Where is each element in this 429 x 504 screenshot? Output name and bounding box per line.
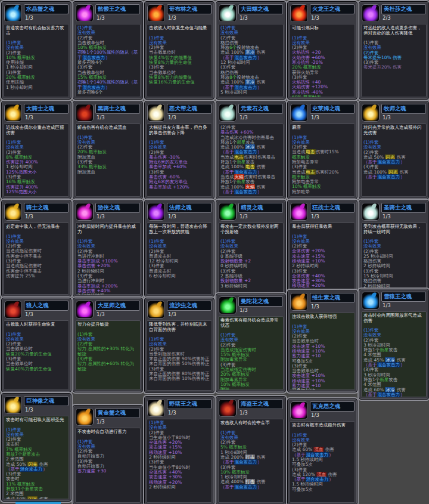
effect-text: （基于 <box>363 174 377 180</box>
soul-card[interactable]: 大田螺之魂1/3(1)件套没有效果(2)件套格挡伤害释放6个投射物攻击造成 10… <box>216 1 286 100</box>
card-description: 冲刺后短时间内提升暴击的威力 <box>77 224 138 234</box>
effect-text: 闪光 <box>27 496 38 499</box>
card-title: 法师之魂 <box>167 203 212 213</box>
soul-card[interactable]: 曼陀花之魂1/3毒素伤害有额外机会造成异常状态(1)件套没有效果(2)件套当造成… <box>216 293 286 392</box>
card-effect-line: 伤害提升 25% <box>6 274 67 279</box>
effect-text: ） <box>400 159 405 165</box>
soul-card[interactable]: 大巫师之魂1/3智力会提升敏捷(1)件套没有效果(2)件套智力 总属性的+30%… <box>73 298 143 392</box>
effect-text: 来自背面的伤害 10%伤害补正 <box>149 376 210 381</box>
card-effect-line: 可叠加10次 <box>292 388 353 390</box>
card-description: 普通攻击时有机会触发蓄力攻击 <box>6 26 67 36</box>
card-effect-line: 召唤1个100%属性的随从（基于混合攻击力） <box>77 50 138 60</box>
soul-orb-icon <box>219 296 237 314</box>
card-piece-count: 1/3 <box>240 307 248 313</box>
flame-orb-icon <box>148 5 164 21</box>
card-piece-count: 1/3 <box>311 412 319 418</box>
card-effect-line: 蓄力速度 +30 <box>77 469 138 474</box>
card-title: 哥布林之魂 <box>167 4 212 14</box>
soul-orb-icon <box>219 399 237 417</box>
card-title: 牧师之魂 <box>381 104 426 114</box>
soul-card[interactable]: 维生素之魂1/3连续击败敌人获得增强(1)件套没有效果(2)件套当击败单位时攻击… <box>287 290 358 392</box>
card-effect-line: 附加眩晕 <box>292 190 353 194</box>
card-effect-line: （基于混合攻击力） <box>363 175 424 180</box>
card-effect-line: 暴击率加成 +120% <box>149 185 210 190</box>
card-effect-line: 附加 <box>220 387 281 390</box>
effect-text: 2 秒持续时间 <box>149 484 176 490</box>
soul-card[interactable]: 哥布林之魂1/3击败敌人时恢复生命值与能量(1)件套没有效果(2)件套当击败单位… <box>144 1 214 100</box>
card-title: 元素石之魂 <box>238 104 283 114</box>
soul-card[interactable]: 黄金蟹之魂1/3不攻击时会自动进行蓄力(1)件套没有效果(2)件套自动开始蓄力(… <box>73 405 143 504</box>
effect-text: 可叠加10次 <box>292 388 316 390</box>
soul-card[interactable]: 狂战士之魂1/3暴击后获得狂暴效果(1)件套没有效果(2)件套全体伤害 +20%… <box>287 200 358 297</box>
soul-card[interactable]: 瓦克恩之魂1/3攻击时有概率造成额外伤害(1)件套没有效果(2)件套造成 60%… <box>287 398 358 504</box>
card-piece-count: 1/3 <box>311 115 319 120</box>
card-body: 击败敌人时恢复生命值与能量(1)件套没有效果(2)件套当击败单位时恢复4%智力的… <box>147 24 212 97</box>
card-effect-line: 召唤1个140%属性的随从（基于混合攻击力） <box>77 80 138 90</box>
effect-text: ） <box>400 362 405 367</box>
effect-text: 恢复16%力量的生命值 <box>149 79 195 85</box>
card-body: (1)件套没有效果(2)件套当击败单位时10% 概率触发召唤1个100%属性的随… <box>75 24 141 97</box>
soul-card[interactable]: 黑骑士之魂1/3斩击伤害有机会造成流血(1)件套没有效果(2)件套20% 概率触… <box>73 101 143 199</box>
soul-card[interactable]: 恶犬帮之魂1/3大幅提升友方暴击率，但自身的暴击伤害会下降(1)件套没有效果(2… <box>144 101 214 199</box>
effect-text: 混合攻击力 <box>234 189 258 194</box>
flame-orb-icon <box>5 105 21 120</box>
effect-text: 60% 概率触发 <box>292 94 321 97</box>
card-body: 攻击时有概率造成额外伤害(1)件套没有效果(2)件套造成 60% 流血 伤害（基… <box>290 421 355 503</box>
card-effect-line: 来自背面的伤害 10%伤害补正 <box>149 376 210 381</box>
soul-card[interactable]: 野猪王之魂1/3(1)件套没有效果(2)件套当生命值小于80%时全体伤害 +20… <box>144 396 214 504</box>
card-effect-line: 125%范围大小 <box>6 190 67 194</box>
soul-orb-icon <box>4 203 22 221</box>
card-description: 近战攻击偶尔会重击造成巨额伤害 <box>6 125 67 135</box>
effect-text: ） <box>257 55 262 60</box>
soul-card[interactable]: 骑士之魂1/3必定命中敌人，但无法暴击(1)件套没有效果(2)件套当造成指定伤害… <box>1 200 72 297</box>
soul-card[interactable]: 海盗王之魂1/3攻击敌人有时会抢夺金币(1)件套没有效果(2)件套5% 概率触发… <box>216 396 286 504</box>
soul-card[interactable]: 水晶蟹之魂1/3普通攻击时有机会触发蓄力攻击(1)件套没有效果(2)件套10% … <box>1 1 72 100</box>
card-body: 斩击伤害有机会造成流血(1)件套没有效果(2)件套20% 概率触发附加流血(3)… <box>75 123 141 197</box>
card-body: 可能引燃目标(1)件套没有效果(2)件套火焰抗性 +20火焰伤害 +60%寒冷抗… <box>290 24 355 97</box>
soul-card[interactable]: 骷髅王之魂1/3(1)件套没有效果(2)件套当击败单位时10% 概率触发召唤1个… <box>73 1 143 100</box>
soul-card[interactable]: 史莱姆之魂1/3麻痹(1)件套没有效果(2)件套当造成电击伤害时15%概率触发附… <box>287 101 358 199</box>
card-title: 大骑士之魂 <box>24 104 69 114</box>
card-effect-line: 6 秒冷却时间 <box>149 274 210 279</box>
effect-text: （基于 <box>363 392 377 397</box>
soul-card[interactable]: 牧师之魂1/3对闪光异常的敌人造成额外闪光伤害(1)件套没有效果(2)件套造成 … <box>359 101 429 199</box>
soul-card[interactable]: 美杜莎之魂2/3对远处的敌人造成更多伤害，但对近处的敌人伤害降低(1)件套没有效… <box>359 1 429 100</box>
effect-text: 混合攻击力 <box>20 466 43 472</box>
card-piece-count: 1/3 <box>240 214 248 219</box>
card-title: 狂战士之魂 <box>310 203 355 213</box>
soul-card[interactable]: 巨神像之魂1/3攻击时有可能召唤大面积圣光(1)件套没有效果(2)件套攻击时7%… <box>1 393 72 502</box>
effect-text: 1 秒冷却时间 <box>6 85 33 90</box>
soul-card[interactable]: 精灵之魂1/3每攻击一定次数会额外发射两个投射物(1)件套没有效果(2)件套0 … <box>216 200 286 297</box>
soul-card[interactable]: 雪猿王之魂1/3攻击时会向周围释放寒气造成伤害(1)件套没有效果(2)件套3 秒… <box>359 289 429 400</box>
flame-orb-icon <box>291 204 307 219</box>
soul-card[interactable]: 游侠之魂1/3冲刺后短时间内提升暴击的威力(1)件套没有效果(2)件套当进行冲刺… <box>73 200 143 297</box>
flame-orb-icon <box>220 105 235 120</box>
soul-orb-icon <box>290 293 308 311</box>
card-piece-count: 1/3 <box>168 115 176 120</box>
soul-card[interactable]: 流沙虫之魂1/3降低受到伤害，并特别抵抗来自背面的伤害(1)件套没有效果(2)件… <box>144 298 214 393</box>
card-title: 黑骑士之魂 <box>95 104 140 114</box>
card-body: 近战攻击偶尔会重击造成巨额伤害(1)件套没有效果(2)件套8% 概率触发伤害提升… <box>4 123 69 197</box>
effect-text: 智力 总属性的+60% 转化为敏捷 <box>77 361 134 371</box>
card-effect-line: 最多召唤6个 <box>77 90 138 95</box>
soul-card[interactable]: 狼人之魂1/3击败敌人时获得生命恢复(1)件套没有效果(2)件套当击败单位时恢复… <box>1 298 72 392</box>
card-piece-count: 1/3 <box>25 15 33 21</box>
soul-card[interactable]: 火龙王之魂1/3可能引燃目标(1)件套没有效果(2)件套火焰抗性 +20火焰伤害… <box>287 1 358 100</box>
effect-text: 混合攻击力 <box>377 174 401 180</box>
soul-card[interactable]: 元素石之魂1/3(2)件套暴击伤害 +60%当造成冰冷伤害时伤害暴击释放1个新星… <box>216 101 286 199</box>
soul-orb-icon <box>290 104 308 122</box>
soul-orb-icon <box>147 399 165 417</box>
effect-text: ） <box>257 85 262 90</box>
card-title: 曼陀花之魂 <box>238 296 283 307</box>
card-body: 毒素伤害有额外机会造成异常状态(1)件套没有效果(2)件套当造成指定伤害时15%… <box>218 316 284 390</box>
soul-card[interactable]: 圣骑士之魂1/3受到攻击概率获得无敌效果，持续一段时间(1)件套没有效果(2)件… <box>359 200 429 297</box>
card-title: 水晶蟹之魂 <box>24 4 69 14</box>
card-title: 野猪王之魂 <box>167 399 212 409</box>
soul-orb-icon <box>76 203 94 221</box>
card-effect-line: （基于混合攻击力） <box>220 190 281 194</box>
card-body: 连续击败敌人获得增强(1)件套没有效果(2)件套当击败单位时攻击速度 +10%移… <box>290 313 355 390</box>
soul-orb-icon <box>147 301 165 319</box>
card-title: 美杜莎之魂 <box>381 4 426 14</box>
soul-card[interactable]: 法师之魂1/3每隔一段时间，普通攻击会释放上一次释放的技能(1)件套没有效果(2… <box>144 200 214 297</box>
soul-card[interactable]: 大骑士之魂1/3近战攻击偶尔会重击造成巨额伤害(1)件套没有效果(2)件套8% … <box>1 101 72 199</box>
